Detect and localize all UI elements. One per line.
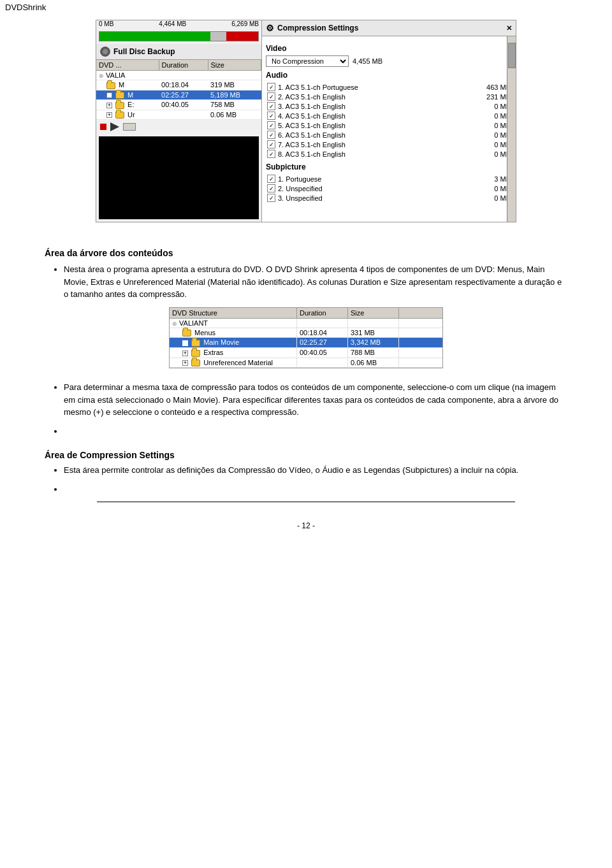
list-item: ✓ 2. AC3 5.1-ch English 231 MB xyxy=(266,92,512,101)
checkbox[interactable]: ✓ xyxy=(267,175,275,183)
folder-icon xyxy=(191,340,200,347)
expand-btn[interactable]: + xyxy=(106,103,112,108)
dvd-structure-header: DVD Structure Duration Size xyxy=(170,308,442,319)
table-row: + Unreferenced Material 0.06 MB xyxy=(170,358,442,368)
row-size: 3,342 MB xyxy=(348,338,399,347)
row-label: Menus xyxy=(194,329,215,336)
empty-bullet xyxy=(45,425,567,438)
page-divider xyxy=(97,502,515,502)
list-item: Esta área permite controlar as definiçõe… xyxy=(64,464,567,477)
row-name: ⊕ VALIA xyxy=(96,71,159,80)
expand-btn[interactable]: + xyxy=(182,360,188,366)
table-row[interactable]: + Ur 0.06 MB xyxy=(96,110,261,120)
compression-settings-header: ⚙ Compression Settings ✕ xyxy=(262,20,516,36)
audio-label: 3. AC3 5.1-ch English xyxy=(278,103,479,110)
playback-controls xyxy=(96,120,261,134)
checkbox[interactable]: ✓ xyxy=(267,194,275,202)
folder-icon xyxy=(115,92,124,99)
table-row: Menus 00:18.04 331 MB xyxy=(170,328,442,338)
col-dvd: DVD ... xyxy=(96,60,159,71)
row-label: Main Movie xyxy=(203,338,239,346)
list-item: ✓ 3. Unspecified 0 MB xyxy=(266,193,512,203)
list-item: ✓ 1. AC3 5.1-ch Portuguese 463 MB xyxy=(266,82,512,92)
audio-label: 6. AC3 5.1-ch English xyxy=(278,131,479,139)
row-name: ⊕ VALIANT xyxy=(170,319,297,328)
row-size: 0.06 MB xyxy=(348,358,399,368)
row-name: + E: xyxy=(96,100,159,110)
section1-bullets: Nesta área o programa apresenta a estrut… xyxy=(45,263,567,301)
row-name: M xyxy=(96,80,159,90)
dvd-structure-table: DVD Structure Duration Size ⊕ VALIANT Me… xyxy=(169,307,443,368)
checkbox[interactable]: ✓ xyxy=(267,92,275,101)
audio-label: 7. AC3 5.1-ch English xyxy=(278,141,479,148)
sub-label: 1. Portuguese xyxy=(278,175,479,183)
video-size: 4,455 MB xyxy=(353,57,382,65)
video-row: No Compression 4,455 MB xyxy=(266,55,512,67)
row-size: 0.06 MB xyxy=(208,110,261,120)
audio-label: 2. AC3 5.1-ch English xyxy=(278,93,479,101)
section2-title: Área de Compression Settings xyxy=(45,450,567,460)
main-screenshot: 0 MB 4,464 MB 6,269 MB Full Disc Backup … xyxy=(96,20,516,222)
stop-button[interactable] xyxy=(100,124,106,130)
left-panel-header: Full Disc Backup xyxy=(96,44,261,60)
row-duration: 00:18.04 xyxy=(297,328,348,338)
checkbox[interactable]: ✓ xyxy=(267,112,275,120)
checkbox[interactable]: ✓ xyxy=(267,83,275,91)
row-label: VALIANT xyxy=(179,319,208,327)
progress-left-label: 0 MB xyxy=(99,20,113,27)
expand-btn[interactable]: + xyxy=(106,92,112,98)
row-name: + Ur xyxy=(96,110,159,120)
table-row[interactable]: M 00:18.04 319 MB xyxy=(96,80,261,90)
checkbox[interactable]: ✓ xyxy=(267,184,275,192)
row-label: Unreferenced Material xyxy=(203,359,273,366)
table-row[interactable]: ⊕ VALIA xyxy=(96,71,261,80)
audio-items: ✓ 1. AC3 5.1-ch Portuguese 463 MB ✓ 2. A… xyxy=(266,82,512,159)
row-label: Extras xyxy=(203,349,223,356)
slider-button[interactable] xyxy=(123,123,136,131)
settings-icon: ⚙ xyxy=(266,23,274,33)
col-size: Size xyxy=(208,60,261,71)
table-row[interactable]: + E: 00:40.05 758 MB xyxy=(96,100,261,110)
row-size xyxy=(208,71,261,80)
folder-icon xyxy=(115,112,124,119)
row-name: + Main Movie xyxy=(170,338,297,347)
folder-icon xyxy=(191,359,200,366)
folder-icon xyxy=(106,82,115,89)
play-button[interactable] xyxy=(110,122,119,131)
table-row[interactable]: + M 02:25.27 5,189 MB xyxy=(96,90,261,100)
scrollbar-thumb[interactable] xyxy=(508,43,516,68)
checkbox[interactable]: ✓ xyxy=(267,140,275,148)
close-icon[interactable]: ✕ xyxy=(506,24,512,33)
scrollbar[interactable] xyxy=(507,36,516,222)
expand-btn[interactable]: + xyxy=(182,351,188,356)
row-size: 319 MB xyxy=(208,80,261,90)
expand-btn[interactable]: + xyxy=(182,340,188,346)
list-item: ✓ 3. AC3 5.1-ch English 0 MB xyxy=(266,101,512,111)
expand-btn[interactable]: + xyxy=(106,112,112,118)
row-name: + Unreferenced Material xyxy=(170,358,297,368)
left-panel-title: Full Disc Backup xyxy=(113,47,175,56)
row-name: + M xyxy=(96,90,159,100)
checkbox[interactable]: ✓ xyxy=(267,102,275,110)
table-row: + Main Movie 02:25.27 3,342 MB xyxy=(170,338,442,348)
section2-bullets: Esta área permite controlar as definiçõe… xyxy=(45,464,567,477)
row-duration: 00:40.05 xyxy=(159,100,208,110)
compression-select[interactable]: No Compression xyxy=(266,55,349,67)
list-item: ✓ 7. AC3 5.1-ch English 0 MB xyxy=(266,140,512,149)
app-title: DVDShrink xyxy=(0,0,612,15)
folder-icon xyxy=(115,102,124,109)
progress-bar-green xyxy=(99,32,210,41)
compression-settings-title: Compression Settings xyxy=(277,24,358,33)
folder-icon xyxy=(182,329,191,336)
progress-bar xyxy=(99,31,259,41)
row-size xyxy=(348,319,399,328)
checkbox[interactable]: ✓ xyxy=(267,150,275,158)
checkbox[interactable]: ✓ xyxy=(267,131,275,139)
list-item xyxy=(64,483,567,496)
col-dvd-structure: DVD Structure xyxy=(170,308,297,318)
checkbox[interactable]: ✓ xyxy=(267,121,275,129)
page-number: - 12 - xyxy=(45,521,567,530)
progress-right-label: 6,269 MB xyxy=(231,20,259,27)
video-section-header: Video xyxy=(266,44,512,53)
progress-labels: 0 MB 4,464 MB 6,269 MB xyxy=(96,20,261,27)
